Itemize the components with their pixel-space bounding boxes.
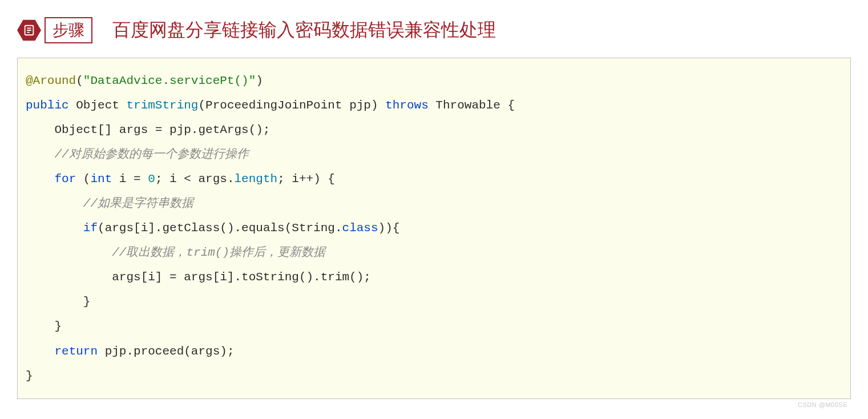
- code-keyword: if: [83, 221, 98, 235]
- code-keyword: return: [54, 345, 98, 358]
- document-lines-icon: [17, 18, 41, 42]
- code-text: )){: [378, 221, 400, 235]
- code-text: i =: [112, 172, 148, 186]
- code-keyword: public: [26, 99, 69, 112]
- watermark: CSDN @M00SE: [17, 399, 851, 408]
- code-line: Object[] args = pjp.getArgs();: [26, 123, 270, 136]
- code-function: trimString: [126, 99, 198, 112]
- code-brace: }: [26, 369, 33, 382]
- section-title: 百度网盘分享链接输入密码数据错误兼容性处理: [112, 18, 496, 43]
- code-property: length: [235, 172, 278, 186]
- code-text: pjp.proceed(args);: [98, 345, 234, 358]
- code-text: (ProceedingJoinPoint pjp): [198, 99, 385, 112]
- code-keyword: throws: [385, 99, 429, 112]
- code-text: Throwable {: [429, 99, 515, 112]
- code-text: (: [76, 172, 90, 186]
- code-keyword: for: [54, 172, 76, 186]
- code-type: Object: [76, 99, 126, 112]
- code-brace: }: [26, 320, 62, 333]
- code-text: ; i < args.: [155, 172, 235, 186]
- code-comment: //对原始参数的每一个参数进行操作: [26, 148, 249, 161]
- code-text: (args[i].getClass().equals(String.: [98, 221, 342, 235]
- step-label: 步骤: [45, 17, 92, 43]
- section-header: 步骤 百度网盘分享链接输入密码数据错误兼容性处理: [17, 17, 851, 43]
- code-brace: }: [26, 295, 90, 308]
- code-annotation: @Around: [26, 74, 76, 87]
- code-number: 0: [148, 172, 155, 186]
- code-line: args[i] = args[i].toString().trim();: [26, 271, 371, 284]
- code-text: ; i++) {: [277, 172, 335, 186]
- code-comment: //如果是字符串数据: [26, 197, 193, 210]
- code-block: @Around("DataAdvice.servicePt()") public…: [17, 58, 851, 399]
- code-comment: //取出数据，trim()操作后，更新数据: [26, 246, 325, 259]
- code-keyword: class: [342, 221, 378, 235]
- code-keyword: int: [90, 172, 112, 186]
- code-string: "DataAdvice.servicePt()": [83, 74, 256, 87]
